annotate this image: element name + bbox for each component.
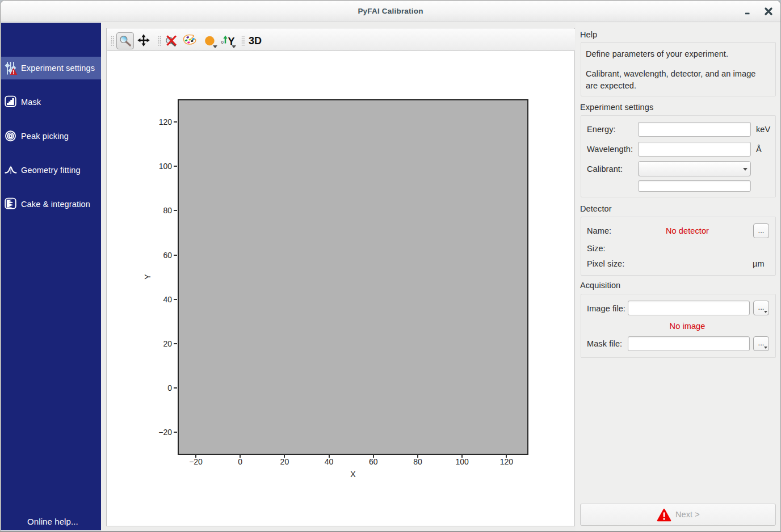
svg-text:0: 0 <box>221 40 224 45</box>
